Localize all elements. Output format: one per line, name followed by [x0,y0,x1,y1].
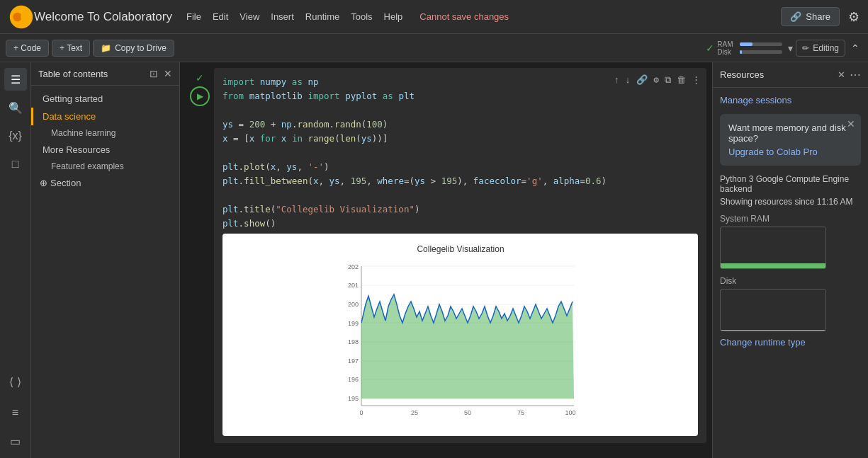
sidebar-files-icon[interactable]: □ [4,153,27,176]
svg-text:195: 195 [347,395,358,402]
ram-bar [740,42,782,46]
svg-text:50: 50 [463,409,470,416]
sidebar-terminal-icon[interactable]: ▭ [4,430,27,452]
dropdown-arrow-icon[interactable]: ▾ [788,42,793,54]
section-label: Section [50,178,81,188]
svg-marker-27 [361,294,574,399]
upgrade-link[interactable]: Upgrade to Colab Pro [728,147,818,157]
ram-label: RAM [717,40,737,48]
ram-chart [720,227,826,269]
share-button[interactable]: 🔗 Share [781,7,840,26]
manage-sessions-link[interactable]: Manage sessions [720,95,861,105]
settings-icon[interactable]: ⚙ [848,9,859,25]
svg-text:199: 199 [347,320,358,327]
menu-edit[interactable]: Edit [213,11,228,22]
svg-text:202: 202 [347,263,358,270]
menu-help[interactable]: Help [384,11,403,22]
svg-text:0: 0 [359,409,363,416]
main-layout: ☰ 🔍 {x} □ ⟨ ⟩ ≡ ▭ Table of contents ⊡ ✕ … [0,62,868,458]
disk-section-title: Disk [720,276,861,286]
resources-panel: Resources ✕ ⋯ Manage sessions ✕ Want mor… [712,62,868,458]
cell-toolbar: ↑ ↓ 🔗 ⚙ ⧉ 🗑 ⋮ [613,72,702,90]
cell-gutter: ✓ ▶ [186,68,214,443]
menu-view[interactable]: View [239,11,259,22]
code-area: ✓ ▶ ↑ ↓ 🔗 ⚙ ⧉ 🗑 ⋮ import numpy as np fro… [180,62,712,458]
move-down-icon[interactable]: ↓ [624,72,632,90]
ram-disk-indicator: RAM Disk [717,40,782,56]
app-title: Welcome To Colaboratory [34,10,172,24]
resources-close-button[interactable]: ✕ [838,69,845,80]
toc-panel: Table of contents ⊡ ✕ Getting started Da… [31,62,180,458]
menu-file[interactable]: File [186,11,201,22]
disk-chart [720,289,826,331]
ram-section-title: System RAM [720,214,861,224]
menu-insert[interactable]: Insert [271,11,294,22]
cannot-save-link[interactable]: Cannot save changes [419,11,509,22]
chart-svg: Collegelib Visualization 202 201 200 199… [333,239,588,430]
toc-layout-icon[interactable]: ⊡ [150,68,158,79]
toc-item-data-science[interactable]: Data science [31,108,179,125]
drive-icon: 📁 [101,43,111,53]
resources-menu-button[interactable]: ⋯ [850,68,861,81]
toc-close-icon[interactable]: ✕ [164,68,172,79]
svg-text:75: 75 [517,409,524,416]
cell-check-icon: ✓ [196,72,204,84]
want-more-box: ✕ Want more memory and disk space? Upgra… [720,114,861,166]
showing-label: Showing resources since 11:16 AM [720,197,861,207]
svg-text:201: 201 [347,282,358,289]
svg-text:197: 197 [347,357,358,365]
mirror-icon[interactable]: ⧉ [663,72,672,90]
sidebar-search-icon[interactable]: 🔍 [4,96,27,119]
add-text-button[interactable]: + Text [52,40,90,57]
share-label: Share [806,11,830,22]
resources-body: Manage sessions ✕ Want more memory and d… [713,88,868,458]
sidebar-variables-icon[interactable]: {x} [4,125,27,147]
menu-tools[interactable]: Tools [351,11,372,22]
toc-item-more-resources[interactable]: More Resources [31,141,179,159]
resources-title: Resources [720,69,838,80]
top-right-actions: 🔗 Share ⚙ [781,7,859,26]
svg-text:200: 200 [347,301,358,308]
menu-runtime[interactable]: Runtime [305,11,339,22]
code-content[interactable]: import numpy as np from matplotlib impor… [222,75,698,231]
add-code-button[interactable]: + Code [6,40,49,57]
svg-text:196: 196 [347,376,358,383]
link-icon[interactable]: 🔗 [635,72,649,90]
sidebar-icons: ☰ 🔍 {x} □ ⟨ ⟩ ≡ ▭ [0,62,31,458]
toc-item-featured-examples[interactable]: Featured examples [31,159,179,174]
code-cell: ✓ ▶ ↑ ↓ 🔗 ⚙ ⧉ 🗑 ⋮ import numpy as np fro… [186,68,706,443]
want-more-title: Want more memory and disk space? [728,122,852,144]
menu-bar: File Edit View Insert Runtime Tools Help… [186,11,509,22]
delete-cell-icon[interactable]: 🗑 [675,72,687,90]
toc-add-section[interactable]: ⊕ Section [31,174,179,192]
collapse-button[interactable]: ⌃ [848,40,862,57]
toc-item-getting-started[interactable]: Getting started [31,90,179,108]
change-runtime-link[interactable]: Change runtime type [720,337,861,348]
pencil-icon: ✏ [802,43,809,53]
code-block[interactable]: ↑ ↓ 🔗 ⚙ ⧉ 🗑 ⋮ import numpy as np from ma… [214,68,706,443]
svg-text:100: 100 [565,409,575,416]
sidebar-code-icon[interactable]: ⟨ ⟩ [4,370,27,393]
more-cell-icon[interactable]: ⋮ [690,72,702,90]
resources-header: Resources ✕ ⋯ [713,62,868,88]
sidebar-snippets-icon[interactable]: ≡ [4,401,27,424]
chart-output: Collegelib Visualization 202 201 200 199… [222,234,698,436]
want-more-close-icon[interactable]: ✕ [847,118,855,130]
disk-bar [740,50,782,54]
run-cell-button[interactable]: ▶ [190,86,210,106]
move-up-icon[interactable]: ↑ [613,72,621,90]
settings-cell-icon[interactable]: ⚙ [652,72,660,90]
svg-point-1 [13,12,22,21]
toc-item-machine-learning[interactable]: Machine learning [31,125,179,141]
editing-button[interactable]: ✏ Editing [796,40,845,57]
copy-to-drive-button[interactable]: 📁 Copy to Drive [93,40,174,57]
share-icon: 🔗 [790,11,801,22]
toc-items: Getting started Data science Machine lea… [31,86,179,458]
sidebar-toc-icon[interactable]: ☰ [4,68,27,91]
toc-title: Table of contents [38,69,150,79]
backend-label: Python 3 Google Compute Engine backend [720,174,861,194]
svg-point-2 [21,12,30,21]
colab-logo [9,4,34,30]
topbar: Welcome To Colaboratory File Edit View I… [0,0,868,34]
svg-text:25: 25 [410,409,417,416]
